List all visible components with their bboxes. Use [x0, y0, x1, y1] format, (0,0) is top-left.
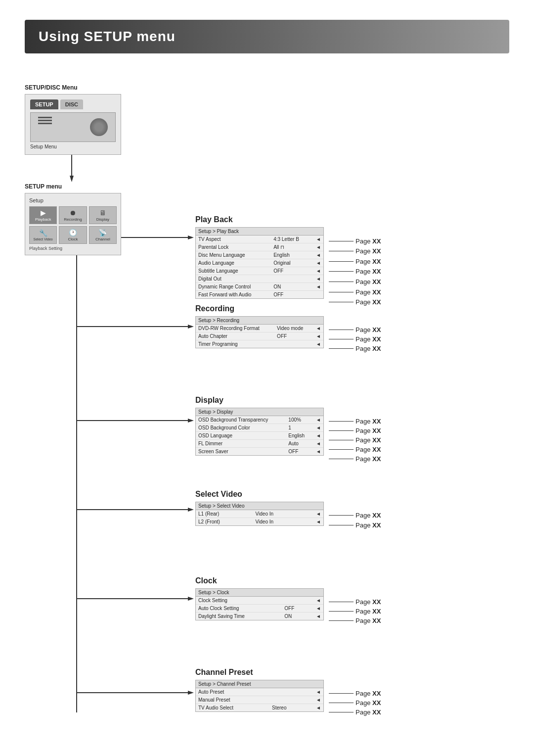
page-ref-line: [329, 292, 354, 292]
table-row: Auto Chapter OFF ◄: [196, 332, 323, 340]
row-label: Subtitle Language: [196, 267, 271, 275]
tab-setup: SETUP: [30, 99, 58, 109]
row-arrow: ◄: [312, 424, 323, 432]
page-ref-row: Page XX: [329, 436, 381, 444]
recording-title: Recording: [195, 304, 381, 313]
clock-page-refs: Page XX Page XX Page XX: [329, 588, 381, 624]
page-ref-row: Page XX: [329, 427, 381, 434]
recording-panel: Setup > Recording DVD-RW Recording Forma…: [195, 316, 324, 348]
row-label: TV Aspect: [196, 236, 271, 243]
row-value: ON: [271, 283, 311, 291]
row-value: OFF: [271, 291, 311, 299]
channel-preset-header-row: Setup > Channel Preset: [196, 680, 323, 688]
row-value: All ⊓: [271, 243, 311, 251]
row-label: OSD Language: [196, 432, 286, 440]
recording-icon: ⏺: [69, 209, 76, 217]
row-value: [282, 597, 307, 605]
clock-title: Clock: [195, 576, 381, 585]
row-label: FL Dimmer: [196, 440, 286, 448]
playback-header: Setup > Play Back: [196, 228, 323, 236]
row-label: OSD Background Transparency: [196, 416, 286, 424]
row-value: Video In: [253, 510, 303, 518]
row-label: Manual Preset: [196, 696, 269, 704]
page-ref-row: Page XX: [329, 709, 381, 716]
row-arrow: ◄: [312, 416, 323, 424]
row-label: Auto Chapter: [196, 332, 274, 340]
row-label: Parental Lock: [196, 243, 271, 251]
row-value: 100%: [286, 416, 312, 424]
row-arrow: ◄: [307, 605, 323, 613]
page-ref-row: Page XX: [329, 446, 381, 453]
channel-preset-title: Channel Preset: [195, 668, 381, 677]
row-label: Digital Out: [196, 275, 271, 283]
row-value: [269, 696, 305, 704]
row-arrow: ◄: [307, 613, 323, 620]
table-row: Auto Preset ◄: [196, 688, 323, 696]
page-ref-line: [329, 421, 354, 422]
page-title: Using SETUP menu: [39, 29, 495, 45]
page-ref-row: Page XX: [329, 335, 381, 343]
svg-marker-2: [188, 236, 194, 239]
setup-disc-label: SETUP/DISC Menu: [25, 84, 129, 91]
row-value: [269, 688, 305, 696]
row-arrow: ◄: [312, 432, 323, 440]
page-ref-line: [329, 348, 354, 349]
page-ref-text: Page XX: [356, 345, 381, 352]
page-ref-row: Page XX: [329, 699, 381, 707]
row-value: Auto: [286, 440, 312, 448]
channel-preset-section: Channel Preset Setup > Channel Preset Au…: [195, 668, 381, 715]
row-arrow: ◄: [305, 688, 323, 696]
setup-icons-row2: 🔧 Select Video 🕐 Clock 📡 Channel: [29, 226, 117, 244]
page-ref-line: [329, 693, 354, 694]
row-value: OFF: [282, 605, 307, 613]
page-ref-line: [329, 440, 354, 440]
clock-table: Setup > Clock Clock Setting ◄ Auto Clock…: [196, 589, 323, 620]
row-label: Auto Preset: [196, 688, 269, 696]
row-value: OFF: [286, 448, 312, 456]
page-ref-row: Page XX: [329, 247, 381, 255]
channel-label: Channel: [95, 237, 110, 241]
table-row: Timer Programing ◄: [196, 340, 323, 348]
page-ref-row: Page XX: [329, 288, 381, 296]
svg-marker-10: [188, 597, 194, 601]
page-ref-text: Page XX: [356, 278, 381, 285]
setup-disc-inner: [30, 112, 116, 142]
page-ref-text: Page XX: [356, 288, 381, 296]
setup-disc-tabs: SETUP DISC: [30, 99, 116, 109]
row-arrow: ◄: [312, 448, 323, 456]
clock-section: Clock Setup > Clock Clock Setting ◄ A: [195, 576, 381, 624]
display-title: Display: [195, 396, 381, 405]
setup-menu-caption: Setup Menu: [30, 144, 116, 149]
page-ref-line: [329, 602, 354, 602]
row-value: Original: [271, 259, 311, 267]
page-ref-row: Page XX: [329, 690, 381, 697]
page-ref-text: Page XX: [356, 335, 381, 343]
table-row: Fast Forward with Audio OFF: [196, 291, 323, 299]
page-ref-text: Page XX: [356, 326, 381, 333]
select-video-section: Select Video Setup > Select Video L1 (Re…: [195, 490, 381, 529]
header-banner: Using SETUP menu: [25, 20, 509, 53]
page-ref-row: Page XX: [329, 278, 381, 285]
page-ref-text: Page XX: [356, 247, 381, 255]
disc-icon: [90, 118, 108, 136]
table-row: TV Audio Select Stereo ◄: [196, 704, 323, 712]
svg-marker-4: [188, 325, 194, 329]
page-ref-line: [329, 339, 354, 339]
setup-menu-box: Setup ▶ Playback ⏺ Recording 🖥 Display: [25, 193, 121, 255]
row-value: English: [271, 251, 311, 259]
table-row: Auto Clock Setting OFF ◄: [196, 605, 323, 613]
row-arrow: ◄: [307, 597, 323, 605]
page-ref-line: [329, 241, 354, 241]
row-label: Daylight Saving Time: [196, 613, 282, 620]
display-panel: Setup > Display OSD Background Transpare…: [195, 408, 324, 456]
page-ref-row: Page XX: [329, 608, 381, 615]
page-ref-row: Page XX: [329, 237, 381, 245]
svg-marker-12: [188, 691, 194, 695]
recording-icon-cell: ⏺ Recording: [59, 206, 87, 224]
select-video-icon-cell: 🔧 Select Video: [29, 226, 57, 244]
row-arrow: ◄: [312, 332, 323, 340]
recording-header-row: Setup > Recording: [196, 317, 323, 325]
recording-header: Setup > Recording: [196, 317, 323, 325]
page-ref-line: [329, 271, 354, 272]
page-ref-line: [329, 430, 354, 431]
